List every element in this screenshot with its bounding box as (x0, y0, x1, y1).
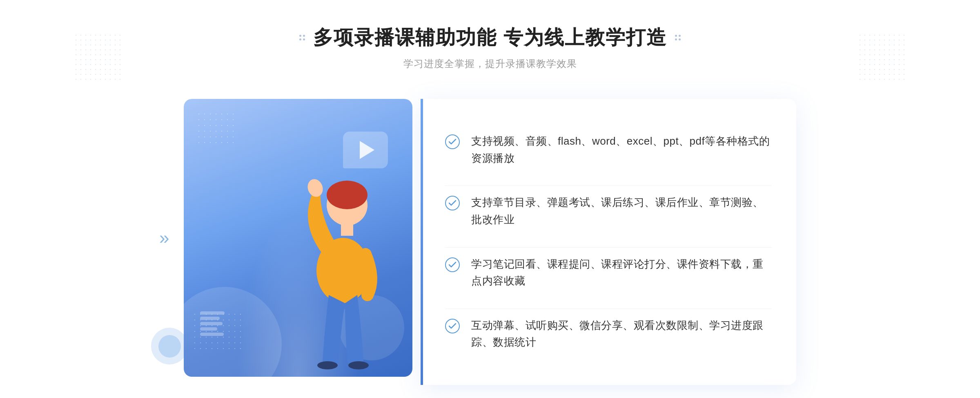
check-icon-1 (445, 134, 460, 149)
feature-item-2: 支持章节目录、弹题考试、课后练习、课后作业、章节测验、批改作业 (445, 186, 772, 236)
svg-point-9 (445, 258, 459, 272)
title-row: 多项录播课辅助功能 专为线上教学打造 (0, 25, 980, 51)
page-title: 多项录播课辅助功能 专为线上教学打造 (313, 25, 666, 51)
stripe-1 (200, 311, 225, 315)
feature-item-1: 支持视频、音频、flash、word、excel、ppt、pdf等各种格式的资源… (445, 125, 772, 175)
page-wrapper: 多项录播课辅助功能 专为线上教学打造 学习进度全掌握，提升录播课教学效果 » (0, 0, 980, 398)
right-panel: 支持视频、音频、flash、word、excel、ppt、pdf等各种格式的资源… (421, 99, 796, 385)
outer-circle (151, 328, 188, 364)
main-content: » (184, 91, 796, 385)
illus-stripes (200, 303, 225, 344)
feature-text-3: 学习笔记回看、课程提问、课程评论打分、课件资料下载，重点内容收藏 (471, 256, 772, 290)
feature-text-2: 支持章节目录、弹题考试、课后练习、课后作业、章节测验、批改作业 (471, 194, 772, 228)
stripe-3 (200, 322, 223, 325)
feature-item-3: 学习笔记回看、课程提问、课程评论打分、课件资料下载，重点内容收藏 (445, 247, 772, 298)
illus-dots-top (196, 111, 237, 144)
title-decoration-left (299, 35, 305, 40)
svg-point-7 (445, 135, 459, 149)
svg-point-2 (327, 181, 368, 209)
header-section: 多项录播课辅助功能 专为线上教学打造 学习进度全掌握，提升录播课教学效果 (0, 25, 980, 70)
illustration-background (184, 99, 412, 377)
title-decoration-right (675, 35, 681, 40)
stripe-4 (200, 327, 217, 331)
left-chevron-icon: » (159, 228, 169, 248)
inner-circle (158, 335, 181, 358)
stripe-2 (200, 317, 220, 320)
left-illustration (184, 91, 421, 385)
page-subtitle: 学习进度全掌握，提升录播课教学效果 (0, 57, 980, 70)
svg-point-4 (317, 361, 338, 369)
svg-rect-6 (341, 224, 353, 236)
svg-point-5 (348, 361, 369, 369)
check-icon-4 (445, 319, 460, 333)
human-figure-illustration (257, 132, 412, 377)
svg-point-8 (445, 196, 459, 210)
feature-text-4: 互动弹幕、试听购买、微信分享、观看次数限制、学习进度跟踪、数据统计 (471, 317, 772, 351)
feature-item-4: 互动弹幕、试听购买、微信分享、观看次数限制、学习进度跟踪、数据统计 (445, 309, 772, 359)
check-icon-3 (445, 257, 460, 272)
svg-point-10 (445, 319, 459, 333)
feature-text-1: 支持视频、音频、flash、word、excel、ppt、pdf等各种格式的资源… (471, 133, 772, 167)
stripe-5 (200, 333, 224, 336)
svg-point-3 (305, 177, 325, 199)
check-icon-2 (445, 196, 460, 210)
bottom-left-decoration (151, 328, 188, 364)
